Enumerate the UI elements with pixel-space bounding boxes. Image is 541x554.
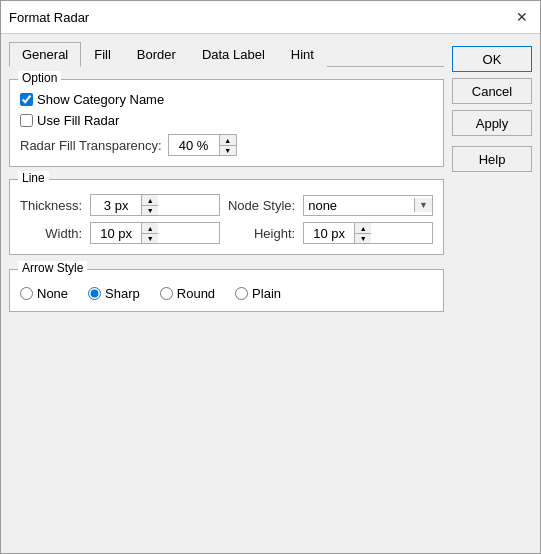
arrow-sharp-text: Sharp (105, 286, 140, 301)
width-spin-buttons: ▲ ▼ (141, 223, 158, 243)
use-fill-radar-label[interactable]: Use Fill Radar (20, 113, 119, 128)
use-fill-radar-checkbox[interactable] (20, 114, 33, 127)
show-category-name-text: Show Category Name (37, 92, 164, 107)
width-spin-down[interactable]: ▼ (142, 233, 158, 243)
option-section: Option Show Category Name Use Fill Radar… (9, 79, 444, 167)
height-spinner: ▲ ▼ (303, 222, 433, 244)
help-button[interactable]: Help (452, 146, 532, 172)
arrow-plain-radio[interactable] (235, 287, 248, 300)
arrow-none-text: None (37, 286, 68, 301)
width-spin-up[interactable]: ▲ (142, 223, 158, 233)
thickness-spin-down[interactable]: ▼ (142, 205, 158, 215)
arrow-round-text: Round (177, 286, 215, 301)
tab-data-label[interactable]: Data Label (189, 42, 278, 67)
dialog-title: Format Radar (9, 10, 89, 25)
show-category-name-row: Show Category Name (20, 92, 433, 107)
thickness-input[interactable] (91, 196, 141, 215)
node-style-select[interactable]: none circle square diamond (304, 196, 414, 215)
tab-hint[interactable]: Hint (278, 42, 327, 67)
arrow-none-radio[interactable] (20, 287, 33, 300)
height-input[interactable] (304, 224, 354, 243)
tab-general[interactable]: General (9, 42, 81, 67)
width-label: Width: (20, 226, 82, 241)
thickness-spin-buttons: ▲ ▼ (141, 195, 158, 215)
apply-button[interactable]: Apply (452, 110, 532, 136)
line-section-label: Line (18, 171, 49, 185)
transparency-spin-up[interactable]: ▲ (220, 135, 236, 145)
height-spin-buttons: ▲ ▼ (354, 223, 371, 243)
tab-fill[interactable]: Fill (81, 42, 124, 67)
tab-border[interactable]: Border (124, 42, 189, 67)
height-spin-up[interactable]: ▲ (355, 223, 371, 233)
height-label: Height: (228, 226, 295, 241)
side-buttons: OK Cancel Apply Help (452, 42, 532, 545)
thickness-spinner: ▲ ▼ (90, 194, 220, 216)
height-spin-down[interactable]: ▼ (355, 233, 371, 243)
arrow-round-label[interactable]: Round (160, 286, 215, 301)
node-style-select-wrapper: none circle square diamond ▼ (303, 195, 433, 216)
tabs-bar: General Fill Border Data Label Hint (9, 42, 444, 67)
main-panel: General Fill Border Data Label Hint Opti… (9, 42, 444, 545)
arrow-sharp-label[interactable]: Sharp (88, 286, 140, 301)
node-style-label: Node Style: (228, 198, 295, 213)
ok-button[interactable]: OK (452, 46, 532, 72)
dialog-body: General Fill Border Data Label Hint Opti… (1, 34, 540, 553)
transparency-input[interactable] (169, 136, 219, 155)
transparency-row: Radar Fill Transparency: ▲ ▼ (20, 134, 433, 156)
arrow-plain-text: Plain (252, 286, 281, 301)
width-input[interactable] (91, 224, 141, 243)
thickness-label: Thickness: (20, 198, 82, 213)
arrow-round-radio[interactable] (160, 287, 173, 300)
line-grid: Thickness: ▲ ▼ Node Style: none circl (20, 194, 433, 244)
cancel-button[interactable]: Cancel (452, 78, 532, 104)
use-fill-radar-row: Use Fill Radar (20, 113, 433, 128)
transparency-spinner: ▲ ▼ (168, 134, 237, 156)
close-button[interactable]: ✕ (512, 7, 532, 27)
width-spinner: ▲ ▼ (90, 222, 220, 244)
title-bar: Format Radar ✕ (1, 1, 540, 34)
option-section-label: Option (18, 71, 61, 85)
arrow-style-radio-row: None Sharp Round Plain (20, 286, 433, 301)
line-section: Line Thickness: ▲ ▼ Node Style: (9, 179, 444, 255)
arrow-none-label[interactable]: None (20, 286, 68, 301)
thickness-spin-up[interactable]: ▲ (142, 195, 158, 205)
arrow-style-label: Arrow Style (18, 261, 87, 275)
show-category-name-checkbox[interactable] (20, 93, 33, 106)
transparency-spin-down[interactable]: ▼ (220, 145, 236, 155)
transparency-label: Radar Fill Transparency: (20, 138, 162, 153)
format-radar-dialog: Format Radar ✕ General Fill Border Data … (0, 0, 541, 554)
arrow-sharp-radio[interactable] (88, 287, 101, 300)
show-category-name-label[interactable]: Show Category Name (20, 92, 164, 107)
arrow-style-section: Arrow Style None Sharp Round (9, 269, 444, 312)
arrow-plain-label[interactable]: Plain (235, 286, 281, 301)
node-style-arrow-icon: ▼ (414, 198, 432, 212)
use-fill-radar-text: Use Fill Radar (37, 113, 119, 128)
transparency-spin-buttons: ▲ ▼ (219, 135, 236, 155)
